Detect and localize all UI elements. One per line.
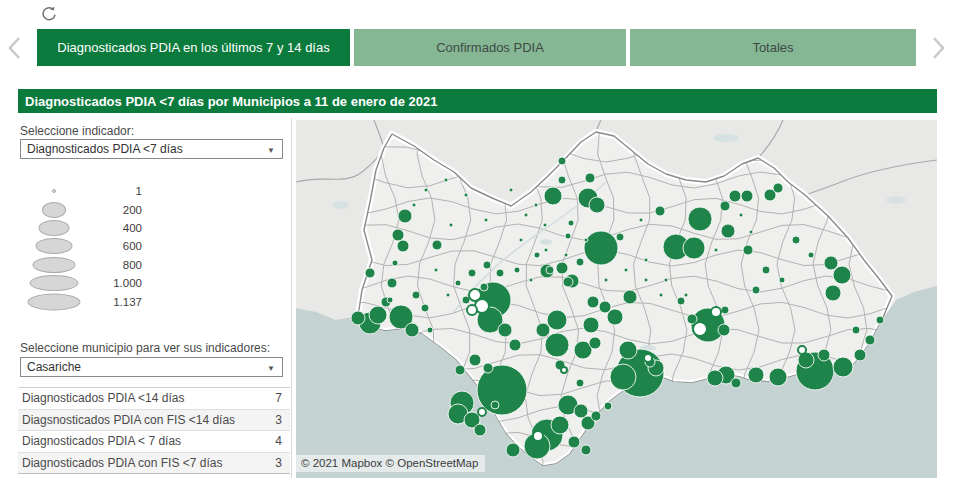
municipio-bubble[interactable] <box>506 443 520 457</box>
municipio-bubble[interactable] <box>599 301 611 313</box>
municipio-bubble[interactable] <box>581 445 591 455</box>
municipio-bubble[interactable] <box>455 280 461 286</box>
municipio-bubble[interactable] <box>398 209 412 223</box>
municipio-bubble[interactable] <box>509 339 521 351</box>
municipio-bubble[interactable] <box>444 178 448 182</box>
municipio-bubble[interactable] <box>720 201 730 211</box>
municipio-bubble[interactable] <box>731 378 741 388</box>
municipio-bubble[interactable] <box>509 188 513 192</box>
municipio-bubble[interactable] <box>468 269 476 277</box>
municipio-bubble[interactable] <box>610 364 636 390</box>
municipio-bubble[interactable] <box>616 233 624 241</box>
municipio-bubble[interactable] <box>496 269 504 277</box>
municipio-bubble[interactable] <box>446 293 450 297</box>
municipio-bubble[interactable] <box>655 206 665 216</box>
municipio-bubble[interactable] <box>405 323 419 337</box>
indicator-select[interactable]: Diagnosticados PDIA <7 días ▼ <box>20 139 283 159</box>
municipio-bubble[interactable] <box>639 218 643 222</box>
municipio-bubble[interactable] <box>833 357 853 377</box>
municipio-bubble[interactable] <box>464 193 468 197</box>
municipio-bubble[interactable] <box>876 316 884 324</box>
municipio-bubble[interactable] <box>514 267 520 273</box>
municipio-select[interactable]: Casariche ▼ <box>20 357 283 377</box>
municipio-bubble[interactable] <box>469 354 481 366</box>
municipio-bubble[interactable] <box>748 367 764 383</box>
municipio-bubble[interactable] <box>824 256 838 270</box>
municipio-bubble[interactable] <box>519 238 523 242</box>
municipio-bubble[interactable] <box>558 176 566 184</box>
municipio-bubble[interactable] <box>729 190 741 202</box>
municipio-bubble[interactable] <box>369 306 387 324</box>
municipio-bubble[interactable] <box>808 252 814 258</box>
municipio-bubble[interactable] <box>480 283 488 291</box>
municipio-bubble-ring[interactable] <box>478 408 486 416</box>
tab-confirmados-pdia[interactable]: Confirmados PDIA <box>354 29 626 66</box>
tabs-scroll-right-button[interactable] <box>927 33 949 63</box>
municipio-bubble[interactable] <box>743 245 753 255</box>
municipio-bubble[interactable] <box>392 260 398 266</box>
municipio-bubble[interactable] <box>412 203 416 207</box>
municipio-bubble[interactable] <box>483 363 493 373</box>
municipio-bubble[interactable] <box>558 157 566 165</box>
municipio-bubble[interactable] <box>565 233 571 239</box>
municipio-bubble-ring[interactable] <box>644 354 652 362</box>
municipio-bubble[interactable] <box>854 349 866 361</box>
municipio-bubble[interactable] <box>556 262 568 274</box>
municipio-bubble[interactable] <box>721 224 735 238</box>
municipio-bubble[interactable] <box>529 278 533 282</box>
municipio-bubble[interactable] <box>825 285 841 301</box>
municipio-bubble[interactable] <box>589 337 601 349</box>
municipio-bubble[interactable] <box>498 323 512 337</box>
tab-diagnosticados-pdia-7-14[interactable]: Diagnosticados PDIA en los últimos 7 y 1… <box>37 29 350 66</box>
municipio-bubble[interactable] <box>434 268 438 272</box>
municipio-bubble[interactable] <box>739 213 743 217</box>
municipio-bubble-ring[interactable] <box>467 305 477 315</box>
municipio-bubble[interactable] <box>773 183 783 193</box>
municipio-bubble[interactable] <box>714 248 718 252</box>
municipio-bubble[interactable] <box>424 188 428 192</box>
municipio-bubble-ring[interactable] <box>711 307 721 317</box>
municipio-bubble[interactable] <box>568 220 574 226</box>
municipio-bubble[interactable] <box>677 297 685 305</box>
municipio-bubble[interactable] <box>484 218 488 222</box>
municipio-bubble[interactable] <box>545 333 569 357</box>
municipio-bubble[interactable] <box>792 236 800 244</box>
municipio-bubble[interactable] <box>432 240 442 250</box>
municipio-bubble-ring[interactable] <box>693 322 707 336</box>
municipio-bubble[interactable] <box>576 258 584 266</box>
municipio-bubble[interactable] <box>351 311 365 325</box>
municipio-bubble[interactable] <box>684 293 688 297</box>
tab-totales[interactable]: Totales <box>630 29 916 66</box>
municipio-bubble[interactable] <box>536 323 550 337</box>
municipio-bubble[interactable] <box>397 240 409 252</box>
municipio-bubble[interactable] <box>543 223 547 227</box>
municipio-bubble[interactable] <box>546 266 554 274</box>
municipio-bubble-ring[interactable] <box>561 367 567 373</box>
municipio-bubble[interactable] <box>534 203 538 207</box>
municipio-bubble[interactable] <box>604 402 612 410</box>
municipio-bubble[interactable] <box>591 411 601 421</box>
municipio-bubble[interactable] <box>421 304 429 312</box>
municipio-bubble[interactable] <box>659 293 663 297</box>
municipio-bubble[interactable] <box>564 253 568 257</box>
municipio-bubble[interactable] <box>644 278 648 282</box>
municipio-bubble[interactable] <box>483 261 491 269</box>
municipio-bubble[interactable] <box>574 404 588 418</box>
municipio-bubble[interactable] <box>623 290 637 304</box>
municipio-bubble-ring[interactable] <box>798 346 806 354</box>
municipio-bubble[interactable] <box>568 436 580 448</box>
municipio-bubble[interactable] <box>619 341 637 359</box>
municipio-bubble[interactable] <box>412 291 420 299</box>
municipio-bubble[interactable] <box>587 296 599 308</box>
municipio-bubble[interactable] <box>583 317 599 333</box>
municipio-bubble[interactable] <box>544 248 548 252</box>
municipio-bubble-ring[interactable] <box>533 431 543 441</box>
municipio-bubble[interactable] <box>544 187 562 205</box>
municipio-bubble[interactable] <box>491 401 499 409</box>
municipio-bubble[interactable] <box>604 278 608 282</box>
municipio-bubble[interactable] <box>365 268 375 278</box>
municipio-bubble[interactable] <box>721 306 729 314</box>
municipio-bubble[interactable] <box>624 268 628 272</box>
municipio-bubble[interactable] <box>449 223 453 227</box>
municipio-bubble[interactable] <box>477 365 527 415</box>
